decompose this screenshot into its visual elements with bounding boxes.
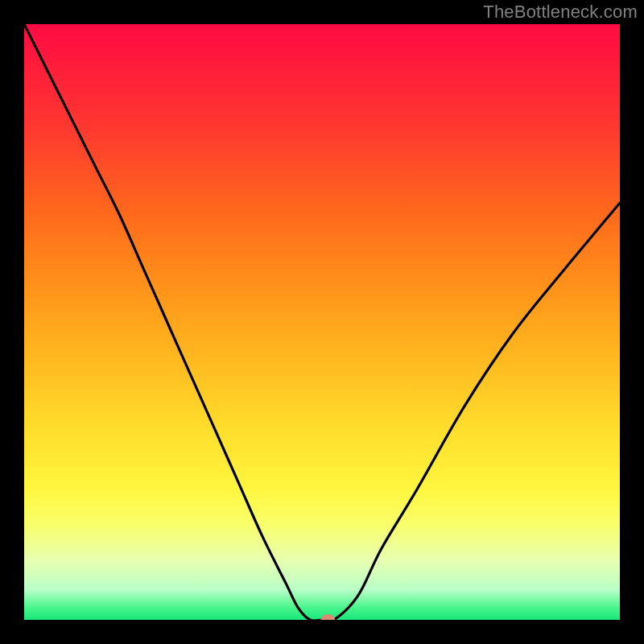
curve-svg — [24, 24, 620, 620]
bottleneck-curve-path — [24, 24, 620, 620]
watermark-text: TheBottleneck.com — [483, 2, 638, 23]
optimum-marker — [320, 614, 335, 620]
chart-frame: TheBottleneck.com — [0, 0, 644, 644]
plot-area — [21, 21, 623, 623]
